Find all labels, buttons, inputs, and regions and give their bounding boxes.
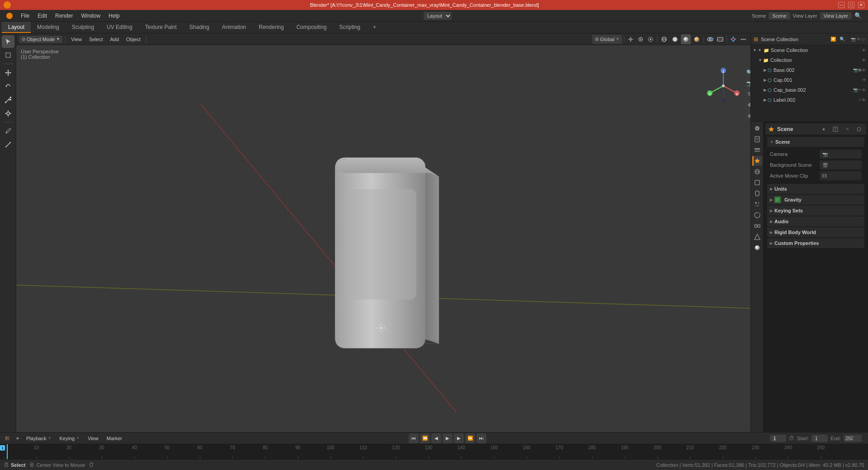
- capbase002-eye[interactable]: 👁: [862, 88, 866, 93]
- timeline-marker-menu[interactable]: Marker: [104, 435, 125, 442]
- view-menu[interactable]: View: [68, 36, 85, 43]
- outliner-search[interactable]: 🔍: [838, 35, 846, 43]
- jump-to-last-frame[interactable]: ⏭: [476, 433, 486, 443]
- jump-to-prev-keyframe[interactable]: ⏪: [420, 433, 430, 443]
- menu-edit[interactable]: Edit: [34, 12, 51, 20]
- timeline-ruler[interactable]: 0102030405060708090100110120130140150160…: [0, 444, 868, 459]
- select-menu[interactable]: Select: [86, 36, 106, 43]
- scene-header-dot[interactable]: ●: [819, 125, 828, 134]
- nav-pan[interactable]: ✥: [745, 100, 750, 109]
- timeline-playback-menu[interactable]: Playback ▼: [24, 435, 54, 442]
- col-eye[interactable]: 👁: [862, 58, 866, 63]
- outliner-cap001[interactable]: ▶ ⬡ Cap.001 👁: [751, 75, 868, 85]
- prop-tab-object[interactable]: [752, 178, 762, 188]
- tab-add[interactable]: +: [367, 22, 382, 33]
- scene-header-pin[interactable]: [854, 125, 863, 134]
- object-menu[interactable]: Object: [123, 36, 143, 43]
- prop-tab-scene[interactable]: [752, 156, 762, 166]
- cursor-tool[interactable]: [2, 35, 14, 48]
- prop-tab-particles[interactable]: [752, 199, 762, 209]
- tab-shading[interactable]: Shading: [183, 22, 216, 33]
- menu-render[interactable]: Render: [52, 12, 76, 20]
- scene-subsection-header[interactable]: ▼ Scene: [767, 137, 864, 147]
- tab-modeling[interactable]: Modeling: [31, 22, 66, 33]
- menu-blender[interactable]: [3, 11, 16, 20]
- wireframe-shading[interactable]: [659, 34, 669, 44]
- tab-animation[interactable]: Animation: [216, 22, 252, 33]
- audio-section-header[interactable]: ▶ Audio: [767, 216, 864, 226]
- step-fwd-frame[interactable]: ▶: [454, 433, 464, 443]
- prop-tab-data[interactable]: [752, 232, 762, 242]
- overlay-toggle[interactable]: [706, 35, 715, 44]
- prop-tab-view-layer[interactable]: [752, 145, 762, 155]
- filter-select[interactable]: ⊙: [862, 37, 865, 42]
- search-icon[interactable]: 🔍: [854, 12, 862, 19]
- tab-compositing[interactable]: Compositing: [290, 22, 333, 33]
- rotate-tool[interactable]: [2, 80, 14, 93]
- measure-tool[interactable]: [2, 138, 14, 151]
- scale-tool[interactable]: [2, 94, 14, 106]
- solid-shading[interactable]: [670, 34, 680, 44]
- prop-tab-world[interactable]: [752, 167, 762, 177]
- filter-render[interactable]: 📷: [851, 37, 856, 42]
- object-mode-selector[interactable]: ⊙ Object Mode ▼: [19, 36, 62, 43]
- play-stop[interactable]: ▶: [443, 433, 453, 443]
- units-section-header[interactable]: ▶ Units: [767, 184, 864, 194]
- tab-uv-editing[interactable]: UV Editing: [100, 22, 139, 33]
- menu-window[interactable]: Window: [77, 12, 104, 20]
- prop-tab-physics[interactable]: [752, 210, 762, 220]
- tab-scripting[interactable]: Scripting: [333, 22, 367, 33]
- jump-to-next-keyframe[interactable]: ⏩: [465, 433, 475, 443]
- rigid-body-section-header[interactable]: ▶ Rigid Body World: [767, 227, 864, 237]
- custom-props-section-header[interactable]: ▶ Custom Properties: [767, 238, 864, 248]
- add-menu[interactable]: Add: [108, 36, 122, 43]
- viewport-gizmo[interactable]: Z X Y 🔍: [705, 68, 741, 104]
- viewport-extras[interactable]: [739, 35, 748, 44]
- end-frame-input[interactable]: [844, 435, 862, 442]
- base002-eye[interactable]: 👁: [862, 68, 866, 73]
- keying-sets-section-header[interactable]: ▶ Keying Sets: [767, 206, 864, 216]
- transform-orientation[interactable]: ⊞ Global ▼: [592, 35, 622, 44]
- gravity-checkbox[interactable]: ✓: [774, 197, 781, 203]
- viewport[interactable]: ⊙ Object Mode ▼ View Select Add Object ⊞…: [16, 33, 750, 432]
- prop-tab-output[interactable]: [752, 134, 762, 144]
- timeline-expand[interactable]: [15, 436, 21, 441]
- tab-sculpting[interactable]: Sculpting: [66, 22, 100, 33]
- material-shading[interactable]: [681, 34, 691, 44]
- xray-toggle[interactable]: [716, 35, 725, 44]
- prop-tab-constraints[interactable]: [752, 221, 762, 231]
- select-tool[interactable]: [2, 49, 14, 61]
- nav-camera[interactable]: 📷: [745, 79, 750, 88]
- rendered-shading[interactable]: [692, 34, 702, 44]
- outliner-label002[interactable]: ▶ ⬡ Label.002 ↗ 👁: [751, 95, 868, 105]
- minimize-button[interactable]: ─: [838, 2, 844, 8]
- active-movie-clip-value[interactable]: 🎞: [820, 171, 862, 180]
- scene-header-browse[interactable]: [831, 125, 840, 134]
- tab-layout[interactable]: Layout: [2, 22, 31, 33]
- transform-tool[interactable]: [2, 107, 14, 120]
- jump-to-first-frame[interactable]: ⏮: [409, 433, 419, 443]
- snapping-toggle[interactable]: [636, 35, 645, 44]
- menu-file[interactable]: File: [17, 12, 33, 20]
- start-frame-input[interactable]: [811, 435, 828, 442]
- cap001-eye[interactable]: 👁: [862, 78, 866, 82]
- timeline-view-menu[interactable]: View: [85, 435, 101, 442]
- scene-selector[interactable]: Scene: [769, 12, 790, 19]
- tab-rendering[interactable]: Rendering: [252, 22, 290, 33]
- outliner-capbase002[interactable]: ▶ ⬡ Cap_base.002 📷 ↗ 👁: [751, 85, 868, 95]
- move-tool[interactable]: [2, 66, 14, 79]
- nav-zoom[interactable]: ⊕: [745, 111, 750, 120]
- label002-eye[interactable]: 👁: [862, 98, 866, 103]
- prop-tab-material[interactable]: [752, 243, 762, 253]
- proportional-edit[interactable]: [646, 35, 655, 44]
- current-frame-input[interactable]: [770, 435, 786, 442]
- timeline-type-selector[interactable]: [3, 434, 12, 443]
- outliner-scene-collection[interactable]: ▼ ▼ 📁 Scene Collection 👁: [751, 45, 868, 55]
- outliner-filter[interactable]: 🔽: [829, 35, 837, 43]
- timeline-keying-menu[interactable]: Keying ▼: [57, 435, 83, 442]
- maximize-button[interactable]: □: [848, 2, 854, 8]
- step-back-frame[interactable]: ◀: [431, 433, 441, 443]
- menu-help[interactable]: Help: [105, 12, 123, 20]
- outliner-base002[interactable]: ▶ ⬡ Base.002 📷 ⬢ 👁: [751, 65, 868, 75]
- prop-tab-modifiers[interactable]: [752, 188, 762, 198]
